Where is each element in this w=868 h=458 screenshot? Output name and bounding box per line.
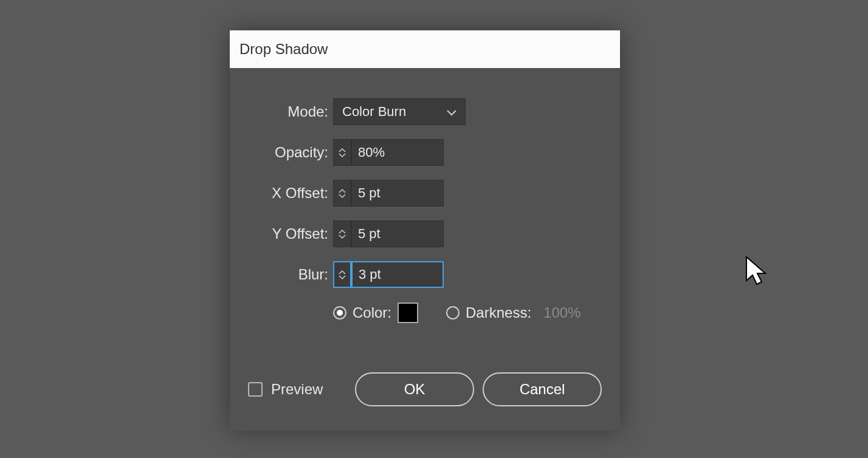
label-blur: Blur:	[254, 266, 333, 283]
label-darkness: Darkness:	[466, 304, 531, 321]
mode-value: Color Burn	[342, 104, 406, 120]
radio-selected-icon	[337, 310, 343, 316]
chevron-up-icon	[339, 148, 346, 152]
row-blur: Blur:	[254, 261, 596, 288]
mouse-cursor-icon	[745, 255, 771, 292]
label-preview: Preview	[271, 381, 323, 398]
chevron-up-icon	[339, 229, 346, 234]
blur-input[interactable]	[351, 261, 444, 288]
label-x-offset: X Offset:	[254, 185, 333, 202]
row-mode: Mode: Color Burn	[254, 98, 596, 125]
cancel-button-label: Cancel	[520, 381, 565, 398]
y-offset-spinner[interactable]	[333, 220, 351, 247]
chevron-down-icon	[339, 275, 346, 280]
cancel-button[interactable]: Cancel	[483, 372, 602, 406]
dialog-title: Drop Shadow	[239, 41, 328, 58]
color-radio[interactable]	[333, 306, 346, 320]
darkness-radio[interactable]	[446, 306, 460, 320]
x-offset-input[interactable]	[351, 180, 444, 207]
dialog-footer: Preview OK Cancel	[230, 372, 620, 431]
chevron-down-icon	[447, 104, 456, 120]
dialog-titlebar: Drop Shadow	[230, 30, 620, 68]
preview-checkbox[interactable]	[248, 382, 263, 397]
row-opacity: Opacity:	[254, 139, 596, 166]
mode-select[interactable]: Color Burn	[333, 98, 466, 125]
color-swatch[interactable]	[398, 302, 418, 323]
chevron-down-icon	[339, 234, 346, 239]
color-darkness-row: Color: Darkness: 100%	[333, 302, 596, 324]
darkness-value: 100%	[537, 302, 587, 324]
row-y-offset: Y Offset:	[254, 220, 596, 247]
chevron-down-icon	[339, 194, 346, 199]
chevron-down-icon	[339, 153, 346, 158]
opacity-input[interactable]	[351, 139, 444, 166]
label-mode: Mode:	[254, 103, 333, 120]
drop-shadow-dialog: Drop Shadow Mode: Color Burn Opacity: X …	[230, 30, 620, 431]
label-color: Color:	[353, 304, 391, 321]
chevron-up-icon	[339, 188, 346, 193]
x-offset-spinner[interactable]	[333, 180, 351, 207]
label-y-offset: Y Offset:	[254, 225, 333, 242]
label-opacity: Opacity:	[254, 144, 333, 161]
y-offset-input[interactable]	[351, 220, 444, 247]
blur-spinner[interactable]	[333, 261, 351, 288]
row-x-offset: X Offset:	[254, 180, 596, 207]
chevron-up-icon	[339, 270, 346, 275]
ok-button[interactable]: OK	[355, 372, 474, 406]
opacity-spinner[interactable]	[333, 139, 351, 166]
dialog-content: Mode: Color Burn Opacity: X Offset:	[230, 68, 620, 372]
ok-button-label: OK	[404, 381, 425, 398]
